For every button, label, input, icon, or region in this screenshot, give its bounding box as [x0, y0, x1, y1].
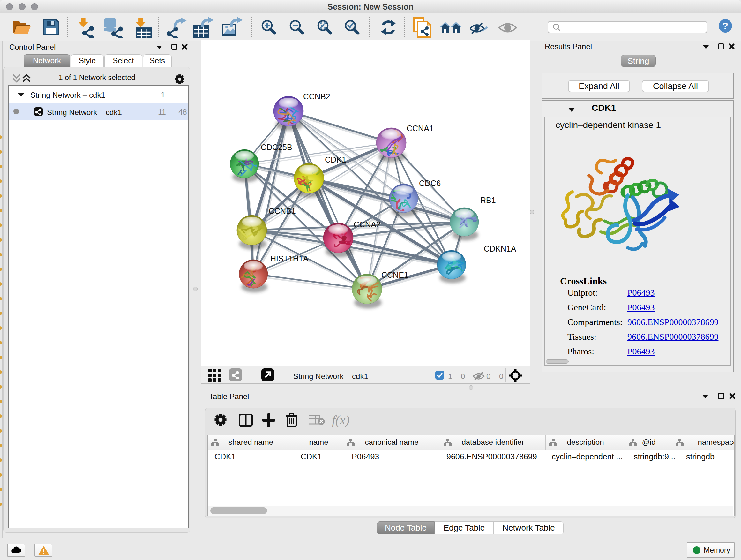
svg-text:CDK1: CDK1 [325, 155, 346, 164]
svg-text:CCNA2: CCNA2 [354, 220, 381, 229]
svg-text:?: ? [723, 20, 728, 31]
svg-text:RB1: RB1 [480, 196, 496, 205]
svg-text:CCNE1: CCNE1 [381, 270, 408, 279]
svg-text:CCNA1: CCNA1 [407, 124, 434, 133]
svg-text:CDKN1A: CDKN1A [484, 244, 516, 253]
svg-text:HIST1H1A: HIST1H1A [270, 254, 309, 263]
svg-text:CCNB2: CCNB2 [303, 92, 330, 101]
svg-text:CCNB1: CCNB1 [269, 206, 296, 215]
svg-text:CDC25B: CDC25B [261, 143, 292, 152]
svg-text:CDC6: CDC6 [419, 179, 441, 188]
